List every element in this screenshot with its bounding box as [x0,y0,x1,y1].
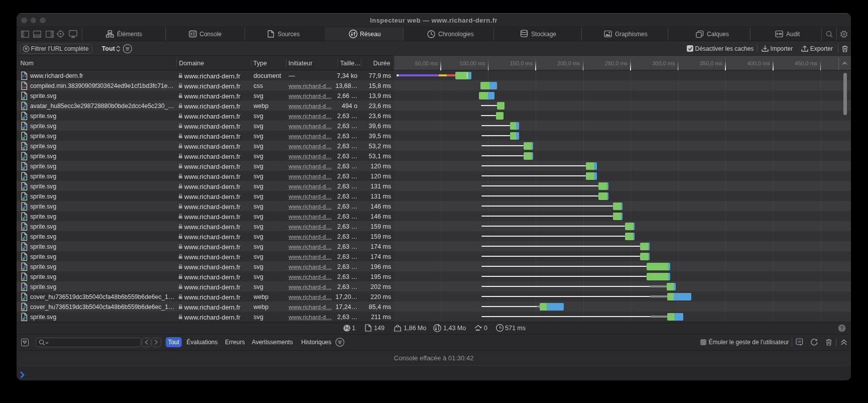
svg-text:JS: JS [797,340,801,343]
svg-text:?: ? [840,325,843,331]
svg-text:css: css [22,85,27,88]
